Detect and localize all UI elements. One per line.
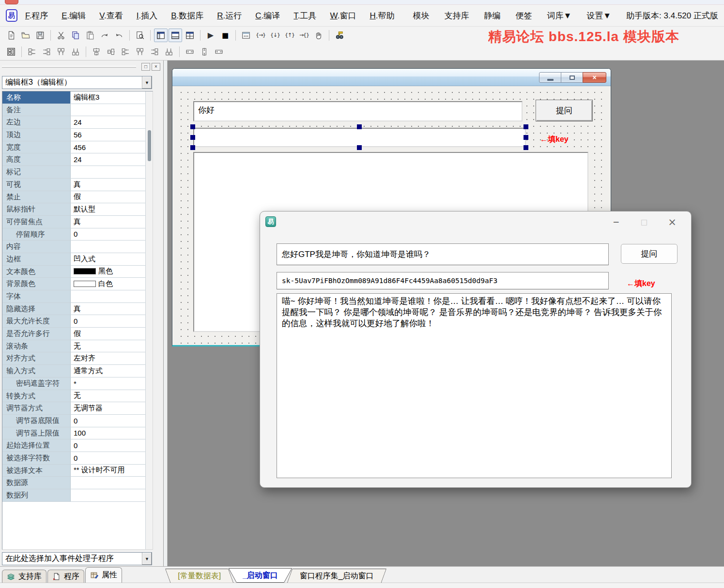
menu-item-modules[interactable]: 模块 [413, 10, 429, 21]
align-bottom-edges-button[interactable] [69, 45, 82, 59]
property-row[interactable]: 标记 [2, 166, 146, 179]
answer-output-box[interactable]: 喵~ 你好坤哥！我当然知道坤哥是谁啦！你是… 让我看看… 嗯哼！我好像有点想不起… [277, 293, 672, 478]
property-row[interactable]: 调节器方式 无调节器 [2, 402, 146, 415]
property-row[interactable]: 可停留焦点 真 [2, 216, 146, 228]
event-handler-dropdown[interactable]: 在此处选择加入事件处理子程序 ▼ [2, 552, 152, 565]
dropdown-arrow-icon[interactable]: ▼ [142, 553, 152, 565]
menu-item[interactable]: F.程序 [25, 10, 48, 21]
property-row[interactable]: 内容 [2, 241, 146, 253]
open-file-button[interactable] [19, 29, 32, 42]
align-left-edges-button[interactable] [25, 45, 39, 59]
property-row[interactable]: 顶边 56 [2, 129, 146, 141]
selection-handle[interactable] [190, 135, 195, 140]
property-value[interactable] [71, 489, 146, 501]
property-row[interactable]: 是否允许多行 假 [2, 328, 146, 340]
designer-ask-button[interactable]: 提问 [536, 100, 593, 121]
property-row[interactable]: 隐藏选择 真 [2, 303, 146, 316]
selection-handle[interactable] [524, 145, 528, 150]
property-value[interactable]: 无 [71, 390, 146, 402]
step-into-button[interactable]: {↓} [268, 29, 282, 42]
property-row[interactable]: 边框 凹入式 [2, 253, 146, 266]
property-value[interactable] [71, 290, 146, 302]
property-value[interactable]: 真 [71, 179, 146, 191]
selection-handle[interactable] [357, 145, 362, 150]
selection-handle[interactable] [190, 145, 195, 150]
designer-editbox-key[interactable] [193, 128, 526, 147]
property-value[interactable]: 假 [71, 191, 146, 203]
question-input[interactable]: 您好GTP我是坤哥，你知道坤哥是谁吗？ [277, 243, 609, 265]
property-value[interactable]: 假 [71, 328, 146, 340]
designer-form-titlebar[interactable]: × [172, 69, 611, 86]
menu-item[interactable]: H.帮助 [370, 10, 394, 21]
property-row[interactable]: 最大允许长度 0 [2, 315, 146, 328]
selection-handle[interactable] [524, 135, 528, 140]
space-down-button[interactable] [133, 45, 147, 59]
property-row[interactable]: 调节器上限值 100 [2, 427, 146, 440]
menu-item[interactable]: E.编辑 [62, 10, 86, 21]
property-row[interactable]: 高度 24 [2, 153, 146, 166]
menu-item[interactable]: B.数据库 [171, 10, 203, 21]
tab-program[interactable]: 程序 [47, 570, 84, 583]
same-height-button[interactable] [162, 45, 176, 59]
property-row[interactable]: 转换方式 无 [2, 390, 146, 403]
scrollbar-thumb[interactable] [148, 130, 151, 161]
property-value[interactable]: 0 [71, 439, 146, 452]
menu-item[interactable]: C.编译 [255, 10, 280, 21]
property-value[interactable]: 24 [71, 153, 146, 166]
stretch-both-button[interactable] [212, 45, 226, 59]
property-row[interactable]: 字体 [2, 290, 146, 303]
property-row[interactable]: 被选择字符数 0 [2, 452, 146, 465]
property-row[interactable]: 备注 [2, 104, 146, 117]
property-value[interactable]: 默认型 [71, 203, 146, 215]
cut-button[interactable] [54, 29, 68, 42]
undo-button[interactable] [112, 29, 126, 42]
property-value[interactable]: 通常方式 [71, 365, 146, 377]
property-row[interactable]: 数据列 [2, 489, 146, 502]
redo-button[interactable] [98, 29, 111, 42]
save-button[interactable] [33, 29, 47, 42]
property-value[interactable]: 456 [71, 141, 146, 153]
copy-button[interactable] [69, 29, 82, 42]
doc-tab-startup-window[interactable]: _启动窗口 [228, 568, 293, 583]
property-value[interactable]: 0 [71, 452, 146, 464]
property-value[interactable]: 黑色 [71, 266, 146, 278]
panel-splitter[interactable] [164, 60, 168, 566]
align-right-edges-button[interactable] [40, 45, 53, 59]
run-to-cursor-button[interactable]: →{} [297, 29, 311, 42]
property-value[interactable]: 0 [71, 228, 146, 241]
step-out-button[interactable]: {↑} [283, 29, 296, 42]
stretch-height-button[interactable] [198, 45, 211, 59]
property-row[interactable]: 背景颜色 白色 [2, 278, 146, 290]
property-value[interactable]: 白色 [71, 278, 146, 290]
menu-item[interactable]: W.窗口 [330, 10, 356, 21]
menu-item-settings[interactable]: 设置▼ [586, 10, 611, 21]
stretch-width-button[interactable] [183, 45, 197, 59]
property-row[interactable]: 宽度 456 [2, 141, 146, 154]
form-designer-button[interactable] [4, 45, 18, 59]
tab-properties[interactable]: 属性 [85, 567, 122, 583]
maximize-button[interactable] [561, 72, 583, 83]
property-value[interactable]: 左对齐 [71, 352, 146, 364]
property-row[interactable]: 文本颜色 黑色 [2, 266, 146, 278]
property-value[interactable] [71, 166, 146, 178]
menu-item-static-compile[interactable]: 静编 [484, 10, 500, 21]
center-vertically-button[interactable] [104, 45, 118, 59]
property-row[interactable]: 对齐方式 左对齐 [2, 352, 146, 365]
property-grid-scrollbar[interactable] [145, 91, 153, 549]
panel-close-button[interactable]: × [152, 63, 160, 71]
property-value[interactable] [71, 241, 146, 253]
property-value[interactable]: 真 [71, 216, 146, 228]
paste-button[interactable] [83, 29, 97, 42]
new-file-button[interactable] [4, 29, 18, 42]
close-button[interactable]: × [665, 215, 679, 229]
doc-tab-window-program-set[interactable]: 窗口程序集_启动窗口 [287, 569, 386, 583]
property-row[interactable]: 左边 24 [2, 116, 146, 129]
property-row[interactable]: 密码遮盖字符 * [2, 377, 146, 390]
property-value[interactable] [71, 104, 146, 116]
find-key-button[interactable] [333, 29, 346, 42]
property-value[interactable]: 100 [71, 427, 146, 439]
property-row[interactable]: 数据源 [2, 477, 146, 489]
menu-item[interactable]: V.查看 [99, 10, 123, 21]
tab-support-libraries[interactable]: 支持库 [2, 570, 46, 583]
menu-item-support-libs[interactable]: 支持库 [444, 10, 469, 21]
